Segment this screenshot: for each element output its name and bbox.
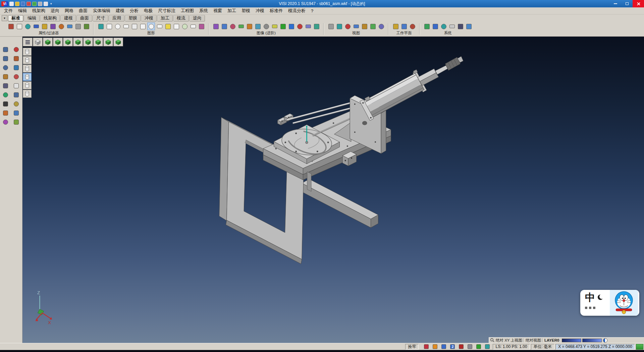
- toolbar-icon[interactable]: [15, 23, 23, 30]
- status-tool-icon-6[interactable]: [466, 344, 474, 350]
- titlebar-tool-icon-3[interactable]: [21, 2, 25, 6]
- view-cube-button-6[interactable]: [83, 38, 93, 46]
- menu-item-线架构[interactable]: 线架构: [30, 7, 48, 14]
- toolbar-icon[interactable]: [198, 23, 205, 30]
- toolbar-icon[interactable]: [279, 23, 287, 30]
- maximize-button[interactable]: [621, 0, 633, 7]
- status-tool-icon-7[interactable]: [475, 344, 483, 350]
- sidebar-tool-icon-9[interactable]: [1, 82, 10, 90]
- toolbar-icon[interactable]: [114, 23, 121, 30]
- sidebar-tool-icon-11[interactable]: [1, 91, 10, 99]
- toolbar-icon[interactable]: [229, 23, 236, 30]
- titlebar-tool-icon-4[interactable]: [26, 2, 31, 6]
- titlebar-tool-icon-6[interactable]: [38, 2, 42, 6]
- menu-item-尺寸标注[interactable]: 尺寸标注: [155, 7, 178, 14]
- search-icon[interactable]: [490, 338, 494, 343]
- toolbar-icon[interactable]: [254, 23, 262, 30]
- toolbar-icon[interactable]: [189, 23, 197, 30]
- ime-mode-indicator[interactable]: 中: [585, 293, 595, 303]
- menu-item-塑模[interactable]: 塑模: [239, 7, 253, 14]
- view-cube-button-3[interactable]: [53, 38, 63, 46]
- toolbar-icon[interactable]: [344, 23, 352, 30]
- toolbar-icon[interactable]: [352, 23, 360, 30]
- toolbar-icon[interactable]: [377, 23, 385, 30]
- solid-filter-button-3[interactable]: [23, 64, 32, 73]
- titlebar-tool-icon-5[interactable]: [32, 2, 37, 6]
- ime-panel[interactable]: 中: [580, 290, 639, 316]
- menu-item-加工[interactable]: 加工: [225, 7, 239, 14]
- toolbar-icon[interactable]: [49, 23, 57, 30]
- sidebar-tool-icon-8[interactable]: [12, 73, 21, 81]
- absolute-view-mode[interactable]: 绝对 XY 上视图: [496, 338, 522, 343]
- toolbar-icon[interactable]: [130, 23, 138, 30]
- toolbar-icon[interactable]: [369, 23, 377, 30]
- sidebar-tool-icon-13[interactable]: [1, 100, 10, 108]
- menu-item-冲模[interactable]: 冲模: [253, 7, 267, 14]
- view-cube-button-8[interactable]: [103, 38, 113, 46]
- toolbar-icon[interactable]: [431, 23, 439, 30]
- menu-item-网格[interactable]: 网格: [62, 7, 76, 14]
- toolbar-icon[interactable]: [361, 23, 368, 30]
- toolbar-icon[interactable]: [105, 23, 113, 30]
- menu-item-电极[interactable]: 电极: [141, 7, 155, 14]
- status-tool-icon-4[interactable]: 2: [448, 344, 457, 350]
- status-tool-icon-5[interactable]: [457, 344, 465, 350]
- menu-item-系统[interactable]: 系统: [197, 7, 211, 14]
- toolbar-icon[interactable]: [41, 23, 48, 30]
- toolbar-icon[interactable]: [172, 23, 180, 30]
- toolbar-icon[interactable]: [164, 23, 172, 30]
- menu-item-视窗[interactable]: 视窗: [211, 7, 225, 14]
- status-tool-icon-2[interactable]: [431, 344, 439, 350]
- menu-item-?[interactable]: ?: [308, 8, 316, 14]
- snap-lock-toggle[interactable]: 拴牢: [405, 344, 419, 350]
- tab-线架构[interactable]: 线架构: [40, 15, 60, 21]
- tab-编辑[interactable]: 编辑: [24, 15, 40, 21]
- titlebar-tool-icon-2[interactable]: [15, 2, 19, 6]
- menu-item-建模[interactable]: 建模: [113, 7, 127, 14]
- moon-icon[interactable]: [598, 294, 603, 302]
- toolbar-icon[interactable]: [139, 23, 147, 30]
- viewport[interactable]: Z X: [22, 37, 644, 343]
- toolbar-icon[interactable]: [440, 23, 447, 30]
- menu-item-工程图[interactable]: 工程图: [178, 7, 197, 14]
- toolbar-icon[interactable]: [296, 23, 304, 30]
- menu-item-逆向[interactable]: 逆向: [48, 7, 62, 14]
- menu-item-分析[interactable]: 分析: [127, 7, 141, 14]
- sidebar-tool-icon-18[interactable]: [12, 118, 21, 126]
- toolbar-icon[interactable]: [457, 23, 464, 30]
- toolbar-icon[interactable]: [220, 23, 228, 30]
- sidebar-tool-icon-4[interactable]: [12, 54, 21, 63]
- sidebar-tool-icon-7[interactable]: [1, 73, 10, 81]
- status-tool-icon-8[interactable]: [483, 344, 491, 350]
- tab-冲模[interactable]: 冲模: [141, 15, 157, 21]
- active-layer-name[interactable]: LAYER0: [544, 338, 559, 342]
- tab-list-dropdown[interactable]: ▼: [2, 15, 7, 21]
- status-tool-icon-3[interactable]: [440, 344, 448, 350]
- toolbar-icon[interactable]: [246, 23, 253, 30]
- toolbar-icon[interactable]: [262, 23, 270, 30]
- toolbar-icon[interactable]: [287, 23, 295, 30]
- toolbar-icon[interactable]: [7, 23, 15, 30]
- toolbar-icon[interactable]: [237, 23, 245, 30]
- menu-item-模流分析[interactable]: 模流分析: [285, 7, 308, 14]
- toolbar-icon[interactable]: [24, 23, 32, 30]
- toolbar-icon[interactable]: [423, 23, 431, 30]
- sidebar-tool-icon-14[interactable]: [12, 100, 21, 108]
- sidebar-tool-icon-17[interactable]: [1, 118, 10, 126]
- layer-color-swatch-1[interactable]: [562, 339, 581, 342]
- sidebar-tool-icon-12[interactable]: [12, 91, 21, 99]
- tab-建模[interactable]: 建模: [61, 15, 76, 21]
- ime-tool-icon[interactable]: [585, 307, 587, 309]
- view-cube-button-9[interactable]: [113, 38, 123, 46]
- tab-标准[interactable]: 标准: [8, 15, 23, 21]
- sidebar-tool-icon-15[interactable]: [1, 109, 10, 117]
- toolbar-icon[interactable]: [181, 23, 189, 30]
- toolbar-icon[interactable]: [156, 23, 163, 30]
- toolbar-icon[interactable]: [122, 23, 130, 30]
- menu-item-编辑[interactable]: 编辑: [15, 7, 30, 14]
- tab-逆向[interactable]: 逆向: [190, 15, 205, 21]
- run-indicator[interactable]: [636, 344, 643, 350]
- absolute-view-label[interactable]: 绝对视图: [526, 338, 541, 343]
- toolbar-icon[interactable]: [465, 23, 473, 30]
- tab-模流[interactable]: 模流: [173, 15, 189, 21]
